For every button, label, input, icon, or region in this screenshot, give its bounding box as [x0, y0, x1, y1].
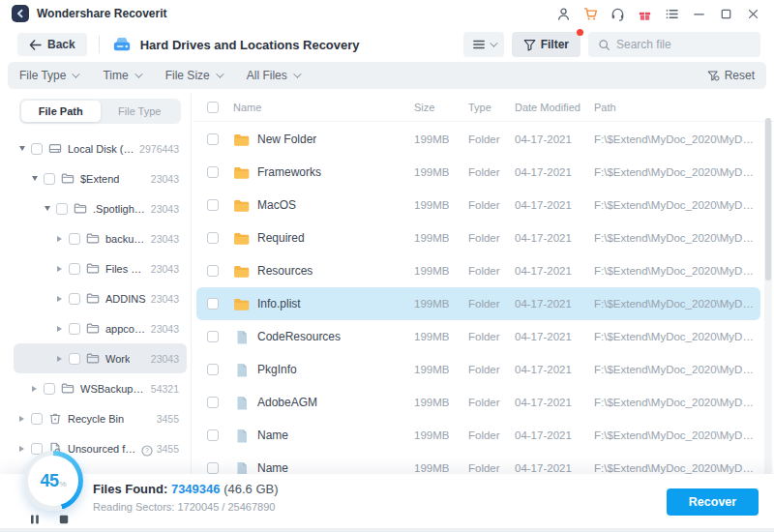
chevron-right-icon[interactable] — [19, 416, 29, 422]
file-table: Name Size Type Date Modified Path New Fo… — [193, 93, 774, 532]
view-mode-button[interactable] — [463, 32, 504, 57]
row-checkbox[interactable] — [207, 265, 219, 277]
row-checkbox[interactable] — [207, 133, 219, 145]
filter-dropdown-file-type[interactable]: File Type — [19, 69, 77, 82]
chevron-right-icon[interactable] — [57, 236, 67, 242]
select-all-checkbox[interactable] — [207, 102, 219, 113]
filter-button[interactable]: Filter — [512, 32, 580, 57]
row-checkbox[interactable] — [207, 298, 219, 310]
column-header-date-modified[interactable]: Date Modified — [515, 102, 594, 113]
tab-file-type[interactable]: File Type — [101, 101, 180, 122]
checkbox[interactable] — [31, 143, 43, 155]
column-header-size[interactable]: Size — [414, 102, 468, 113]
tree-item-work[interactable]: Work23043 — [14, 343, 187, 373]
folder-icon — [233, 264, 250, 279]
file-type: Folder — [468, 429, 515, 441]
file-size: 199MB — [414, 364, 468, 375]
reset-label: Reset — [725, 69, 755, 82]
table-row[interactable]: Info.plist199MBFolder04-17-2021F:\$Exten… — [196, 287, 760, 320]
chevron-right-icon[interactable] — [57, 356, 67, 362]
row-checkbox[interactable] — [207, 331, 219, 342]
table-row[interactable]: MacOS199MBFolder04-17-2021F:\$Extend\MyD… — [196, 189, 760, 222]
checkbox[interactable] — [56, 203, 68, 215]
back-button[interactable]: Back — [17, 33, 87, 56]
search-input[interactable] — [616, 38, 751, 51]
chevron-down-icon[interactable] — [45, 206, 54, 211]
tree-item-count: 23043 — [147, 353, 179, 365]
table-header: Name Size Type Date Modified Path — [193, 93, 774, 122]
table-row[interactable]: Required199MBFolder04-17-2021F:\$Extend\… — [196, 222, 760, 254]
chevron-right-icon[interactable] — [57, 326, 67, 332]
row-checkbox[interactable] — [207, 199, 219, 211]
reset-button[interactable]: Reset — [707, 69, 755, 82]
table-row[interactable]: Frameworks199MBFolder04-17-2021F:\$Exten… — [196, 156, 760, 189]
filter-dropdown-all-files[interactable]: All Files — [247, 69, 299, 82]
column-header-path[interactable]: Path — [594, 102, 757, 113]
tree-item-backupdata[interactable]: backupdata23043 — [14, 223, 187, 253]
table-row[interactable]: Name199MBFolder04-17-2021F:\$Extend\MyDo… — [196, 419, 760, 452]
notification-dot — [577, 29, 583, 36]
maximize-icon[interactable] — [714, 3, 737, 24]
checkbox[interactable] — [44, 173, 55, 185]
filter-dropdown-time[interactable]: Time — [103, 69, 139, 82]
checkbox[interactable] — [69, 353, 80, 365]
column-header-name[interactable]: Name — [233, 102, 414, 113]
checkbox[interactable] — [69, 263, 80, 275]
table-row[interactable]: PkgInfo199MBFolder04-17-2021F:\$Extend\M… — [196, 353, 760, 386]
gift-icon[interactable] — [633, 3, 656, 24]
row-checkbox[interactable] — [207, 364, 219, 375]
user-icon[interactable] — [551, 3, 575, 24]
row-checkbox[interactable] — [207, 166, 219, 178]
scrollbar-thumb[interactable] — [765, 118, 771, 281]
file-type: Folder — [468, 331, 515, 342]
tree-item-files-lost-origri[interactable]: Files Lost Origri...23043 — [14, 253, 187, 283]
recover-button[interactable]: Recover — [667, 488, 759, 516]
file-icon — [233, 429, 250, 443]
chevron-down-icon[interactable] — [32, 176, 42, 181]
tree-item-appcompat[interactable]: appcompat23043 — [14, 313, 187, 343]
chevron-right-icon[interactable] — [32, 386, 42, 392]
checkbox[interactable] — [69, 233, 80, 245]
menu-icon[interactable] — [660, 3, 683, 24]
column-header-type[interactable]: Type — [468, 102, 515, 113]
tree-item-local-disk-f[interactable]: Local Disk (F:)2976443 — [14, 133, 187, 163]
search-box[interactable] — [588, 32, 760, 57]
tree-item-recycle-bin[interactable]: Recycle Bin3455 — [14, 403, 187, 433]
divider — [99, 36, 100, 53]
checkbox[interactable] — [69, 323, 80, 335]
table-row[interactable]: CodeResources199MBFolder04-17-2021F:\$Ex… — [196, 320, 760, 353]
row-checkbox[interactable] — [207, 462, 219, 474]
tree-item-extend[interactable]: $Extend23043 — [14, 163, 187, 193]
table-row[interactable]: AdobeAGM199MBFolder04-17-2021F:\$Extend\… — [196, 386, 760, 419]
files-found-label: Files Found: — [93, 482, 167, 496]
titlebar: Wondershare Recoverit — [0, 0, 774, 27]
cart-icon[interactable] — [579, 3, 602, 24]
tree-item-addins[interactable]: ADDINS23043 — [14, 283, 187, 313]
row-checkbox[interactable] — [207, 429, 219, 441]
scan-controls — [29, 514, 70, 525]
filter-dropdown-file-size[interactable]: File Size — [165, 69, 222, 82]
minimize-icon[interactable] — [687, 3, 710, 24]
filter-dropdown-label: Time — [103, 69, 128, 82]
tab-file-path[interactable]: File Path — [21, 101, 101, 122]
table-row[interactable]: New Folder199MBFolder04-17-2021F:\$Exten… — [196, 123, 760, 156]
tree-item-wsbackupdata[interactable]: WSBackupData54321 — [14, 373, 187, 403]
checkbox[interactable] — [44, 383, 55, 395]
file-path: F:\$Extend\MyDoc_2020\MyDoc_2020\M... — [594, 133, 757, 145]
stop-button[interactable] — [58, 514, 70, 525]
scrollbar-track[interactable] — [764, 118, 772, 528]
tree-item-label: .Spotlight-V10000... — [93, 203, 147, 215]
checkbox[interactable] — [69, 293, 80, 305]
chevron-right-icon[interactable] — [57, 296, 67, 302]
pause-button[interactable] — [29, 514, 41, 525]
headset-icon[interactable] — [606, 3, 629, 24]
row-checkbox[interactable] — [207, 397, 219, 408]
close-icon[interactable] — [741, 3, 764, 24]
table-row[interactable]: Resources199MBFolder04-17-2021F:\$Extend… — [196, 254, 760, 287]
svg-text:?: ? — [145, 447, 149, 454]
chevron-down-icon[interactable] — [19, 146, 29, 151]
checkbox[interactable] — [31, 413, 43, 425]
tree-item-spotlight-v10000[interactable]: .Spotlight-V10000...23043 — [14, 193, 187, 223]
chevron-right-icon[interactable] — [57, 266, 67, 272]
row-checkbox[interactable] — [207, 232, 219, 244]
